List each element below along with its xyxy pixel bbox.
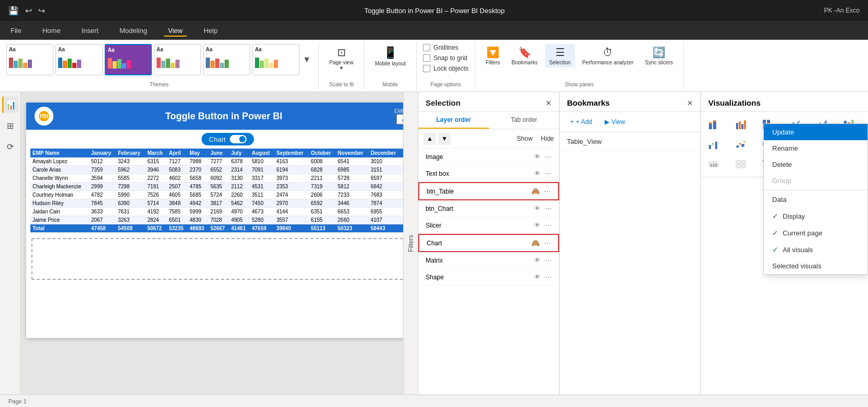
sidebar-report-icon[interactable]: 📊 [2, 96, 19, 113]
selection-list-item-textbox[interactable]: Text box👁⋯ [418, 165, 559, 182]
selection-item-label: Image [426, 153, 443, 161]
add-bookmark-button[interactable]: + + Add [566, 116, 596, 128]
selection-list-item-shape[interactable]: Shape👁⋯ [418, 269, 559, 286]
selection-panel-close[interactable]: ✕ [546, 99, 552, 107]
visibility-icon[interactable]: 👁 [534, 256, 541, 264]
more-options-icon[interactable]: ⋯ [545, 221, 552, 229]
more-options-icon[interactable]: ⋯ [545, 153, 552, 161]
menu-modeling[interactable]: Modeling [115, 25, 151, 37]
selection-item-label: btn_Table [427, 188, 454, 195]
ctx-all-visuals[interactable]: ✓ All visuals [764, 241, 867, 258]
gridlines-checkbox[interactable] [423, 44, 430, 51]
status-bar: Page 1 [0, 394, 868, 407]
viz-multi-card[interactable] [731, 155, 750, 174]
selection-list-item-matrix[interactable]: Matrix👁⋯ [418, 252, 559, 269]
visibility-icon[interactable]: 👁 [534, 221, 541, 229]
table-cell: 6378 [229, 157, 250, 166]
filters-panel-label[interactable]: Filters [407, 235, 415, 252]
move-down-button[interactable]: ▼ [438, 132, 451, 145]
undo-icon[interactable]: ↩ [25, 6, 32, 16]
page-view-button[interactable]: ⊡ Page view ▼ [325, 44, 358, 73]
selection-pane-button[interactable]: ☰ Selection [545, 44, 575, 67]
ctx-rename[interactable]: Rename [764, 140, 867, 156]
sidebar-data-icon[interactable]: ⊞ [2, 117, 19, 134]
more-options-icon[interactable]: ⋯ [544, 187, 551, 195]
col-apr: April [167, 149, 188, 157]
menu-insert[interactable]: Insert [77, 25, 103, 37]
move-up-button[interactable]: ▲ [424, 132, 436, 145]
visibility-icon[interactable]: 👁 [534, 205, 541, 212]
performance-analyzer-button[interactable]: ⏱ Performance analyzer [578, 44, 638, 67]
selection-item-label: Matrix [426, 257, 443, 264]
toggle-chart-button[interactable]: Chart [202, 133, 254, 145]
redo-icon[interactable]: ↪ [38, 6, 45, 16]
sidebar-model-icon[interactable]: ⟳ [2, 138, 19, 155]
theme-1[interactable]: Aa [6, 44, 53, 75]
theme-5[interactable]: Aa [203, 44, 250, 75]
more-options-icon[interactable]: ⋯ [545, 205, 552, 212]
table-cell: 4785 [187, 183, 208, 191]
more-options-icon[interactable]: ⋯ [545, 273, 552, 281]
bookmark-table-view[interactable]: Table_View [560, 132, 700, 151]
visibility-icon[interactable]: 👁 [534, 273, 541, 281]
visibility-icon[interactable]: 🙈 [531, 187, 540, 195]
selection-label: Selection [549, 60, 571, 65]
hide-label[interactable]: Hide [541, 135, 554, 142]
mobile-section-label: Mobile [383, 82, 398, 87]
ctx-delete[interactable]: Delete [764, 156, 867, 173]
tab-tab-order[interactable]: Tab order [489, 112, 560, 129]
filters-pane-button[interactable]: 🔽 Filters [482, 44, 504, 67]
more-options-icon[interactable]: ⋯ [545, 256, 552, 264]
viz-card[interactable]: 123 [704, 155, 723, 174]
page-indicator: Page 1 [8, 398, 27, 404]
svg-rect-19 [712, 143, 714, 145]
theme-6[interactable]: Aa [252, 44, 299, 75]
visibility-icon[interactable]: 🙈 [531, 239, 540, 247]
table-cell: 4602 [167, 174, 188, 183]
menu-home[interactable]: Home [38, 25, 65, 37]
themes-dropdown-arrow[interactable]: ▼ [302, 44, 312, 75]
ctx-display[interactable]: ✓ Display [764, 208, 867, 224]
canvas-title: Toggle Button in Power BI [53, 111, 394, 122]
table-cell: 5714 [145, 199, 166, 208]
save-icon[interactable]: 💾 [8, 6, 19, 16]
snap-checkbox[interactable] [423, 54, 430, 62]
theme-3[interactable]: Aa [105, 44, 152, 75]
selection-list-item-image[interactable]: Image👁⋯ [418, 149, 559, 165]
ctx-current-page[interactable]: ✓ Current page [764, 224, 867, 241]
sync-slicers-button[interactable]: 🔄 Sync slicers [641, 44, 677, 67]
visibility-icon[interactable]: 👁 [534, 169, 541, 177]
table-cell: Chanelle Wynn [30, 174, 89, 183]
ctx-update[interactable]: Update [764, 124, 867, 140]
viz-scatter[interactable] [731, 135, 750, 154]
bookmarks-close[interactable]: ✕ [687, 99, 693, 107]
selection-list-item-btn_table[interactable]: btn_Table🙈⋯ [418, 182, 559, 200]
lock-checkbox[interactable] [423, 65, 430, 72]
filters-icon: 🔽 [486, 46, 499, 59]
more-options-icon[interactable]: ⋯ [545, 169, 552, 177]
view-bookmark-button[interactable]: ▶ View [600, 116, 629, 128]
ctx-data[interactable]: Data [764, 191, 867, 208]
mobile-layout-button[interactable]: 📱 Mobile layout [371, 44, 410, 69]
menu-file[interactable]: File [6, 25, 26, 37]
selection-list-item-slicer[interactable]: Slicer👁⋯ [418, 217, 559, 234]
menu-view[interactable]: View [164, 25, 187, 37]
theme-2[interactable]: Aa [55, 44, 103, 75]
tab-layer-order[interactable]: Layer order [418, 112, 489, 129]
selection-list-item-btn_chart[interactable]: btn_Chart👁⋯ [418, 200, 559, 217]
visibility-icon[interactable]: 👁 [534, 153, 541, 161]
theme-4[interactable]: Aa [154, 44, 201, 75]
table-cell: 2260 [229, 191, 250, 199]
selection-list-item-chart[interactable]: Chart🙈⋯ [418, 234, 559, 252]
bookmarks-pane-button[interactable]: 🔖 Bookmarks [507, 44, 542, 67]
viz-waterfall[interactable] [704, 135, 723, 154]
more-options-icon[interactable]: ⋯ [544, 239, 551, 247]
menu-help[interactable]: Help [199, 25, 222, 37]
show-label[interactable]: Show [517, 135, 532, 142]
table-cell: 3243 [116, 157, 145, 166]
viz-clustered-bar[interactable] [731, 115, 750, 134]
display-check-icon: ✓ [772, 212, 778, 220]
viz-stacked-bar[interactable] [704, 115, 723, 134]
ctx-selected-visuals[interactable]: Selected visuals [764, 258, 867, 274]
table-cell: 4970 [229, 208, 250, 216]
